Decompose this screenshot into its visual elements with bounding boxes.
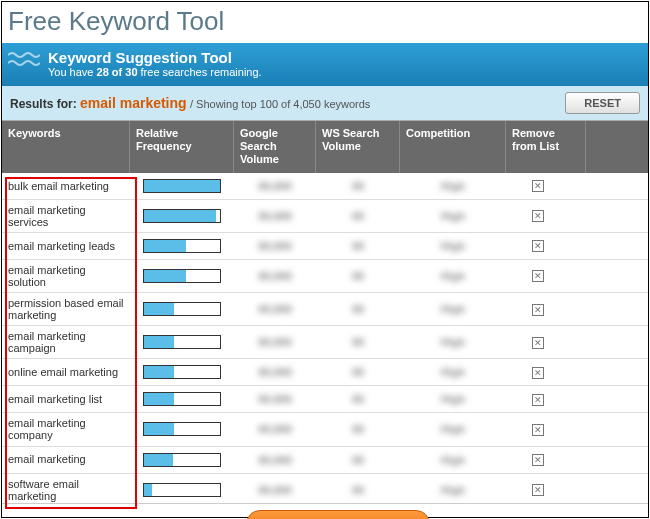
google-volume-cell: 00,000 — [234, 480, 316, 500]
frequency-cell — [130, 388, 234, 410]
keyword-cell: online email marketing — [2, 362, 130, 382]
table-row: email marketing services00,00000High✕ — [2, 200, 648, 233]
col-remove: Remove from List — [506, 121, 586, 173]
keyword-cell: bulk email marketing — [2, 176, 130, 196]
results-bar: Results for: email marketing / Showing t… — [2, 86, 648, 121]
google-volume-cell: 00,000 — [234, 362, 316, 382]
col-ws-search-volume[interactable]: WS Search Volume — [316, 121, 400, 173]
competition-cell: High — [400, 176, 506, 196]
col-relative-frequency[interactable]: Relative Frequency — [130, 121, 234, 173]
keyword-cell: email marketing company — [2, 413, 130, 445]
frequency-cell — [130, 298, 234, 320]
ws-volume-cell: 00 — [316, 389, 400, 409]
table-row: email marketing solution00,00000High✕ — [2, 260, 648, 293]
google-volume-cell: 00,000 — [234, 419, 316, 439]
remove-icon[interactable]: ✕ — [532, 337, 544, 349]
ws-volume-cell: 00 — [316, 419, 400, 439]
get-full-list-button[interactable]: GET FULL KEYWORD LIST — [246, 510, 430, 519]
keyword-cell: email marketing campaign — [2, 326, 130, 358]
table-row: email marketing list00,00000High✕ — [2, 386, 648, 413]
keyword-cell: software email marketing — [2, 474, 130, 504]
results-label: Results for: — [10, 97, 80, 111]
keyword-cell: email marketing list — [2, 389, 130, 409]
col-keywords[interactable]: Keywords — [2, 121, 130, 173]
footer: 3,950 more keywords available GET FULL K… — [2, 504, 648, 519]
ws-volume-cell: 00 — [316, 480, 400, 500]
remove-icon[interactable]: ✕ — [532, 394, 544, 406]
competition-cell: High — [400, 389, 506, 409]
competition-cell: High — [400, 236, 506, 256]
ws-volume-cell: 00 — [316, 236, 400, 256]
results-meta: / Showing top 100 of 4,050 keywords — [190, 98, 370, 110]
remove-icon[interactable]: ✕ — [532, 424, 544, 436]
google-volume-cell: 00,000 — [234, 206, 316, 226]
table-row: email marketing leads00,00000High✕ — [2, 233, 648, 260]
google-volume-cell: 00,000 — [234, 299, 316, 319]
google-volume-cell: 00,000 — [234, 266, 316, 286]
col-competition[interactable]: Competition — [400, 121, 506, 173]
frequency-cell — [130, 479, 234, 501]
keyword-cell: email marketing leads — [2, 236, 130, 256]
table-row: email marketing company00,00000High✕ — [2, 413, 648, 446]
table-header: Keywords Relative Frequency Google Searc… — [2, 121, 648, 173]
competition-cell: High — [400, 332, 506, 352]
keyword-cell: email marketing services — [2, 200, 130, 232]
frequency-cell — [130, 265, 234, 287]
competition-cell: High — [400, 206, 506, 226]
competition-cell: High — [400, 480, 506, 500]
tool-header: Keyword Suggestion Tool You have 28 of 3… — [2, 43, 648, 86]
ws-volume-cell: 00 — [316, 332, 400, 352]
tool-title: Keyword Suggestion Tool — [48, 49, 638, 66]
keyword-cell: permission based email marketing — [2, 293, 130, 325]
competition-cell: High — [400, 362, 506, 382]
remove-icon[interactable]: ✕ — [532, 270, 544, 282]
ws-volume-cell: 00 — [316, 299, 400, 319]
table-row: email marketing00,00000High✕ — [2, 447, 648, 474]
keyword-cell: email marketing solution — [2, 260, 130, 292]
competition-cell: High — [400, 419, 506, 439]
table-row: software email marketing00,00000High✕ — [2, 474, 648, 504]
ws-volume-cell: 00 — [316, 266, 400, 286]
frequency-cell — [130, 235, 234, 257]
table-row: email marketing campaign00,00000High✕ — [2, 326, 648, 359]
google-volume-cell: 00,000 — [234, 176, 316, 196]
google-volume-cell: 00,000 — [234, 236, 316, 256]
competition-cell: High — [400, 266, 506, 286]
remove-icon[interactable]: ✕ — [532, 454, 544, 466]
frequency-cell — [130, 175, 234, 197]
google-volume-cell: 00,000 — [234, 332, 316, 352]
page-title: Free Keyword Tool — [2, 2, 648, 43]
table-row: online email marketing00,00000High✕ — [2, 359, 648, 386]
wave-icon — [8, 49, 40, 71]
table-row: bulk email marketing00,00000High✕ — [2, 173, 648, 200]
remove-icon[interactable]: ✕ — [532, 180, 544, 192]
ws-volume-cell: 00 — [316, 206, 400, 226]
frequency-cell — [130, 418, 234, 440]
keyword-cell: email marketing — [2, 449, 130, 469]
remove-icon[interactable]: ✕ — [532, 240, 544, 252]
frequency-cell — [130, 331, 234, 353]
remove-icon[interactable]: ✕ — [532, 304, 544, 316]
table-body[interactable]: bulk email marketing00,00000High✕email m… — [2, 173, 648, 504]
results-term: email marketing — [80, 95, 187, 111]
frequency-cell — [130, 449, 234, 471]
ws-volume-cell: 00 — [316, 450, 400, 470]
tool-subtitle: You have 28 of 30 free searches remainin… — [48, 66, 638, 78]
col-google-search-volume[interactable]: Google Search Volume — [234, 121, 316, 173]
frequency-cell — [130, 205, 234, 227]
reset-button[interactable]: RESET — [565, 92, 640, 114]
remove-icon[interactable]: ✕ — [532, 210, 544, 222]
google-volume-cell: 00,000 — [234, 389, 316, 409]
google-volume-cell: 00,000 — [234, 450, 316, 470]
ws-volume-cell: 00 — [316, 176, 400, 196]
competition-cell: High — [400, 450, 506, 470]
remove-icon[interactable]: ✕ — [532, 367, 544, 379]
remove-icon[interactable]: ✕ — [532, 484, 544, 496]
ws-volume-cell: 00 — [316, 362, 400, 382]
table-row: permission based email marketing00,00000… — [2, 293, 648, 326]
competition-cell: High — [400, 299, 506, 319]
frequency-cell — [130, 361, 234, 383]
